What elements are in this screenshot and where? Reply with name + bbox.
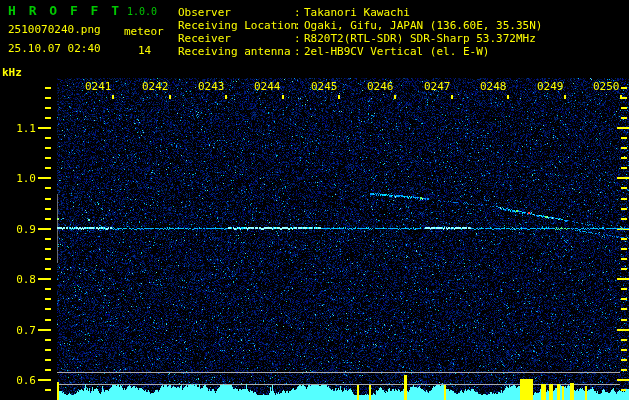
- time-tick-label: 0246: [367, 80, 394, 93]
- observation-info: Observer:Takanori Kawachi Receiving Loca…: [178, 4, 626, 60]
- meteor-count: 14: [138, 44, 151, 57]
- time-tick-label: 0247: [424, 80, 451, 93]
- info-separator: :: [294, 32, 304, 45]
- info-separator: :: [294, 6, 304, 19]
- info-label: Receiving Location: [178, 19, 294, 32]
- time-tick-label: 0242: [142, 80, 169, 93]
- freq-tick-label: 0.6: [4, 374, 36, 387]
- app-version: 1.0.0: [127, 6, 157, 17]
- info-separator: :: [294, 19, 304, 32]
- time-tick-label: 0250: [593, 80, 620, 93]
- spectrogram-canvas: [0, 0, 629, 400]
- time-tick-label: 0243: [198, 80, 225, 93]
- freq-tick-label: 0.8: [4, 273, 36, 286]
- info-separator: :: [294, 45, 304, 58]
- app-title: H R O F F T: [8, 3, 122, 18]
- info-value: Takanori Kawachi: [304, 6, 410, 19]
- mode-label: meteor: [124, 25, 164, 38]
- info-row-receiver: Receiver:R820T2(RTL-SDR) SDR-Sharp 53.37…: [178, 32, 536, 45]
- time-tick-label: 0241: [85, 80, 112, 93]
- info-row-observer: Observer:Takanori Kawachi: [178, 6, 410, 19]
- freq-tick-label: 0.9: [4, 223, 36, 236]
- freq-axis-unit: kHz: [2, 66, 22, 79]
- time-tick-label: 0244: [254, 80, 281, 93]
- observation-datetime: 25.10.07 02:40: [8, 42, 101, 55]
- hrofft-screen: H R O F F T 1.0.0 2510070240.png meteor …: [0, 0, 629, 400]
- freq-tick-label: 0.7: [4, 324, 36, 337]
- time-tick-label: 0248: [480, 80, 507, 93]
- freq-tick-label: 1.1: [4, 122, 36, 135]
- info-row-antenna: Receiving antenna:2el-HB9CV Vertical (el…: [178, 45, 489, 58]
- info-label: Receiving antenna: [178, 45, 294, 58]
- info-value: 2el-HB9CV Vertical (el. E-W): [304, 45, 489, 58]
- info-label: Observer: [178, 6, 294, 19]
- time-tick-label: 0249: [537, 80, 564, 93]
- output-filename: 2510070240.png: [8, 23, 101, 36]
- info-value: R820T2(RTL-SDR) SDR-Sharp 53.372MHz: [304, 32, 536, 45]
- freq-tick-label: 1.0: [4, 172, 36, 185]
- info-label: Receiver: [178, 32, 294, 45]
- info-value: Ogaki, Gifu, JAPAN (136.60E, 35.35N): [304, 19, 542, 32]
- info-row-location: Receiving Location:Ogaki, Gifu, JAPAN (1…: [178, 19, 542, 32]
- time-tick-label: 0245: [311, 80, 338, 93]
